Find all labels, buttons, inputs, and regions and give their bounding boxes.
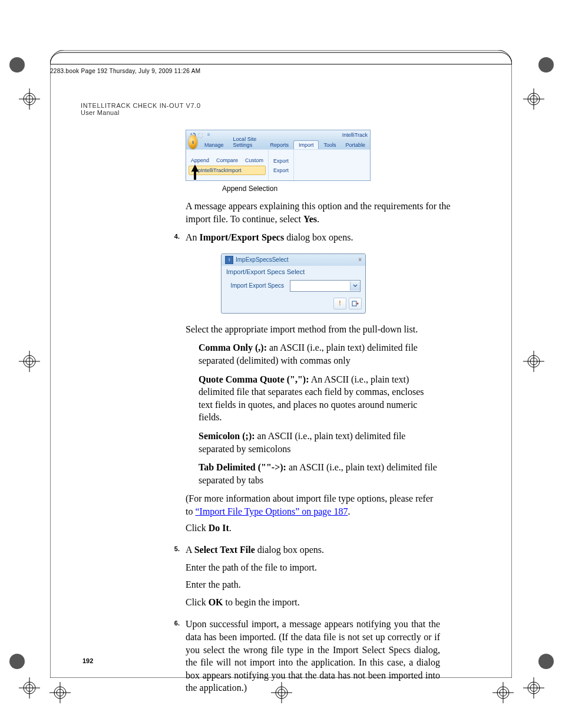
- step-6-text: Upon successful import, a message appear…: [186, 618, 440, 694]
- option-tab-delimited: Tab Delimited (""->): an ASCII (i.e., pl…: [199, 461, 440, 486]
- import-export-specs-dropdown[interactable]: [290, 280, 361, 292]
- registration-solid-dot: [538, 654, 554, 669]
- tab-tools[interactable]: Tools: [319, 141, 340, 149]
- step-5-enter-path-file: Enter the path of the file to import.: [186, 561, 440, 574]
- title-line-2: User Manual: [81, 109, 201, 116]
- option-semicolon: Semicolon (;): an ASCII (i.e., plain tex…: [199, 430, 440, 455]
- title-line-1: INTELLITRACK CHECK IN-OUT V7.0: [81, 102, 201, 109]
- message-paragraph: A message appears explaining this option…: [186, 200, 464, 225]
- page-number: 192: [82, 657, 93, 664]
- registration-crosshair-icon: [523, 88, 544, 110]
- page-header-line: 2283.book Page 192 Thursday, July 9, 200…: [50, 68, 262, 74]
- redo-icon[interactable]: [198, 131, 205, 139]
- ribbon-export-button[interactable]: Export: [271, 157, 291, 165]
- step-4-text: An Import/Export Specs dialog box opens.: [186, 231, 440, 244]
- append-arrow-callout-icon: [190, 164, 200, 181]
- registration-crosshair-icon: [49, 682, 71, 703]
- dialog-subtitle: Import/Export Specs Select: [222, 266, 365, 278]
- ribbon-compare-button[interactable]: Compare: [214, 156, 240, 164]
- tab-local-site-settings[interactable]: Local Site Settings: [229, 135, 266, 149]
- ribbon-screenshot: ≡ IntelliTrack I Manage Local Site Setti…: [186, 130, 371, 181]
- chevron-down-icon[interactable]: [350, 281, 360, 291]
- registration-crosshair-icon: [492, 682, 514, 703]
- option-quote-comma-quote: Quote Comma Quote (","): An ASCII (i.e.,…: [199, 373, 440, 424]
- registration-solid-dot: [9, 654, 25, 669]
- dialog-dropdown-label: Import Export Specs: [226, 282, 286, 289]
- ribbon-export-button-2[interactable]: Export: [271, 166, 291, 174]
- registration-crosshair-icon: [523, 677, 544, 699]
- ribbon-custom-button[interactable]: Custom: [243, 156, 266, 164]
- tab-manage[interactable]: Manage: [200, 141, 229, 149]
- option-comma-only: Comma Only (,): an ASCII (i.e., plain te…: [199, 341, 440, 367]
- doc-title: INTELLITRACK CHECK IN-OUT V7.0 User Manu…: [81, 102, 201, 116]
- registration-solid-dot: [9, 57, 25, 73]
- dialog-title-text: ImpExpSpecsSelect: [236, 256, 289, 263]
- append-selection-caption: Append Selection: [222, 185, 464, 193]
- registration-crosshair-icon: [19, 351, 40, 372]
- registration-crosshair-icon: [19, 677, 40, 699]
- ribbon-brand: IntelliTrack: [342, 132, 368, 138]
- more-info-paragraph: (For more information about import file …: [186, 492, 440, 518]
- ribbon-append-button[interactable]: Append: [189, 156, 211, 164]
- click-do-it-text: Click Do It.: [186, 522, 440, 535]
- select-method-text: Select the appropriate import method fro…: [186, 323, 440, 336]
- office-orb-icon[interactable]: I: [189, 135, 197, 149]
- tab-portable[interactable]: Portable: [340, 141, 370, 149]
- dialog-do-it-button[interactable]: !: [333, 298, 346, 309]
- dialog-app-icon: I: [225, 256, 233, 264]
- registration-solid-dot: [538, 57, 554, 73]
- registration-crosshair-icon: [523, 351, 544, 372]
- step-number-5: 5.: [166, 543, 186, 613]
- xref-import-file-type-options[interactable]: “Import File Type Options” on page 187: [195, 506, 348, 516]
- svg-rect-37: [352, 301, 356, 306]
- step-5-text: A Select Text File dialog box opens.: [186, 543, 440, 556]
- step-5-enter-path: Enter the path.: [186, 578, 440, 591]
- tab-import[interactable]: Import: [293, 140, 319, 149]
- step-number-4: 4.: [166, 231, 186, 539]
- registration-crosshair-icon: [19, 88, 40, 110]
- tab-reports[interactable]: Reports: [265, 141, 293, 149]
- dialog-exit-button[interactable]: [349, 298, 362, 309]
- dialog-close-icon[interactable]: ×: [358, 256, 362, 263]
- import-export-specs-dialog: I ImpExpSpecsSelect × Import/Export Spec…: [221, 253, 366, 314]
- step-5-click-ok: Click OK to begin the import.: [186, 596, 440, 609]
- step-number-6: 6.: [166, 618, 186, 694]
